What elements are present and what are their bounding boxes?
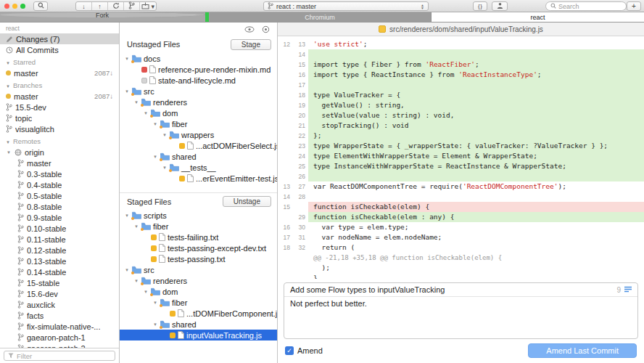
sidebar-item-0-14-stable[interactable]: 0.14-stable — [0, 266, 119, 277]
search-input[interactable]: Search — [545, 1, 627, 11]
stash-button[interactable]: ▾ — [140, 2, 156, 10]
disclosure-icon[interactable]: ▾ — [152, 322, 158, 327]
sidebar-item-origin[interactable]: ▾origin — [0, 147, 119, 158]
fetch-button[interactable] — [108, 2, 124, 10]
tab-chromium[interactable]: Chromium — [209, 12, 432, 22]
tree-row-tests-passing-except-dev-txt[interactable]: tests-passing-except-dev.txt — [120, 242, 277, 253]
tree-row-tests-passing-txt[interactable]: tests-passing.txt — [120, 253, 277, 264]
tree-row-dom[interactable]: ▾dom — [120, 107, 277, 118]
tree-row-wrappers[interactable]: ▾wrappers — [120, 129, 277, 140]
zoom-window-button[interactable] — [20, 4, 25, 9]
tree-row-docs[interactable]: ▾docs — [120, 53, 277, 64]
close-window-button[interactable] — [4, 4, 9, 9]
disclosure-icon[interactable]: ▾ — [124, 56, 130, 62]
sidebar-item-visualglitch[interactable]: visualglitch — [0, 123, 119, 134]
branch-icon — [17, 279, 24, 287]
sidebar-item-label: visualglitch — [15, 125, 54, 134]
eye-icon[interactable] — [244, 25, 255, 34]
tree-row-inputvaluetracking-js[interactable]: inputValueTracking.js — [120, 330, 277, 340]
new-tab-button[interactable]: + — [627, 1, 641, 11]
sidebar-item-topic[interactable]: topic — [0, 113, 119, 123]
sidebar-item-gaearon-patch-1[interactable]: gaearon-patch-1 — [0, 332, 119, 343]
sidebar-item-facts[interactable]: facts — [0, 310, 119, 321]
commit-title-input[interactable]: Add some Flow types to inputValueTrackin… — [290, 285, 445, 294]
tab-react[interactable]: react — [432, 12, 644, 22]
disclosure-icon[interactable]: ▾ — [124, 89, 130, 94]
sidebar-item-0-9-stable[interactable]: 0.9-stable — [0, 212, 119, 223]
sidebar-item-0-5-stable[interactable]: 0.5-stable — [0, 190, 119, 201]
disclosure-icon[interactable]: ▾ — [152, 121, 158, 127]
minimize-window-button[interactable] — [12, 4, 17, 9]
tree-row-tests-failing-txt[interactable]: tests-failing.txt — [120, 232, 277, 242]
disclosure-icon[interactable]: ▾ — [133, 224, 139, 229]
sidebar-item-0-12-stable[interactable]: 0.12-stable — [0, 245, 119, 256]
disclosure-icon[interactable]: ▾ — [124, 213, 130, 219]
sidebar-item-master[interactable]: master2087↓ — [0, 68, 119, 78]
tree-row-scripts[interactable]: ▾scripts — [120, 210, 277, 221]
disclosure-icon[interactable]: ▾ — [152, 300, 158, 306]
disclosure-icon[interactable]: ▾ — [133, 278, 139, 284]
tree-row-tests[interactable]: ▾__tests__ — [120, 162, 277, 173]
unstage-button[interactable]: Unstage — [223, 196, 271, 207]
sidebar-item-15-6-dev[interactable]: 15.6-dev — [0, 288, 119, 299]
list-icon[interactable] — [624, 285, 632, 294]
sidebar-section-branches[interactable]: ▾Branches — [0, 78, 119, 91]
tree-row-src[interactable]: ▾src — [120, 86, 277, 97]
disclosure-icon[interactable]: ▾ — [152, 154, 158, 160]
sidebar-item-all-commits[interactable]: All Commits — [0, 44, 119, 55]
tree-row-state-and-lifecycle-md[interactable]: state-and-lifecycle.md — [120, 75, 277, 86]
tree-row-fiber[interactable]: ▾fiber — [120, 221, 277, 232]
tree-row-shared[interactable]: ▾shared — [120, 319, 277, 330]
code-text — [308, 171, 644, 182]
sidebar-item-master[interactable]: master — [0, 158, 119, 168]
sidebar-item-fix-simulate-native[interactable]: fix-simulate-native-... — [0, 321, 119, 332]
push-button[interactable]: ↑ — [92, 2, 108, 10]
sidebar-item-15-stable[interactable]: 15-stable — [0, 277, 119, 288]
sidebar-item-0-3-stable[interactable]: 0.3-stable — [0, 168, 119, 179]
tab-fork[interactable]: Fork — [0, 12, 205, 17]
commit-description-input[interactable]: Not perfect but better. — [284, 297, 637, 338]
braces-button[interactable]: { } — [473, 1, 487, 11]
tree-row-dom[interactable]: ▾dom — [120, 286, 277, 297]
sidebar-item-0-8-stable[interactable]: 0.8-stable — [0, 201, 119, 212]
quick-launch-button[interactable] — [33, 1, 48, 11]
pull-button[interactable]: ↓ — [76, 2, 92, 10]
sidebar-item-0-10-stable[interactable]: 0.10-stable — [0, 223, 119, 234]
tree-row-renderers[interactable]: ▾renderers — [120, 275, 277, 286]
amend-checkbox[interactable]: ✓ — [285, 346, 294, 355]
amend-last-commit-button[interactable]: Amend Last Commit — [528, 343, 637, 358]
tree-row-ereventemitter-test-js[interactable]: ...erEventEmitter-test.js — [120, 173, 277, 184]
sidebar-item-master[interactable]: master2087↓ — [0, 91, 119, 102]
disclosure-icon[interactable]: ▾ — [133, 99, 139, 105]
sidebar-item-0-13-stable[interactable]: 0.13-stable — [0, 256, 119, 266]
tree-row-shared[interactable]: ▾shared — [120, 151, 277, 162]
disclosure-icon[interactable]: ▾ — [6, 150, 12, 155]
repo-branch-dropdown[interactable]: react : master ▲▼ — [263, 1, 429, 11]
old-line-number — [278, 273, 293, 279]
target-icon[interactable] — [262, 25, 270, 35]
sidebar-section-remotes[interactable]: ▾Remotes — [0, 134, 119, 147]
stage-button[interactable]: Stage — [231, 39, 271, 50]
disclosure-icon[interactable]: ▾ — [124, 267, 130, 273]
account-button[interactable] — [492, 1, 508, 11]
tree-row-fiber[interactable]: ▾fiber — [120, 297, 277, 308]
tree-row-reference-pure-render-mixin-md[interactable]: reference-pure-render-mixin.md — [120, 64, 277, 75]
tree-row-fiber[interactable]: ▾fiber — [120, 118, 277, 129]
sidebar-item-15-5-dev[interactable]: 15.5-dev — [0, 102, 119, 113]
tree-row-actdomfiberselect-js[interactable]: ...actDOMFiberSelect.js — [120, 140, 277, 151]
disclosure-icon[interactable]: ▾ — [162, 132, 168, 138]
disclosure-icon[interactable]: ▾ — [162, 165, 168, 171]
tree-row-tdomfibercomponent-js[interactable]: ...tDOMFiberComponent.js — [120, 308, 277, 319]
tree-row-renderers[interactable]: ▾renderers — [120, 97, 277, 107]
tree-row-src[interactable]: ▾src — [120, 264, 277, 275]
disclosure-icon[interactable]: ▾ — [143, 289, 149, 295]
branch-button[interactable] — [124, 2, 140, 10]
sidebar-item-0-4-stable[interactable]: 0.4-stable — [0, 179, 119, 190]
folder-icon — [141, 277, 151, 285]
sidebar-item-changes-7[interactable]: Changes (7) — [0, 33, 119, 44]
sidebar-section-starred[interactable]: ▾Starred — [0, 55, 119, 68]
sidebar-item-0-11-stable[interactable]: 0.11-stable — [0, 234, 119, 245]
sidebar-item-auxclick[interactable]: auxclick — [0, 299, 119, 310]
disclosure-icon[interactable]: ▾ — [143, 110, 149, 116]
filter-input[interactable]: Filter — [4, 351, 115, 361]
